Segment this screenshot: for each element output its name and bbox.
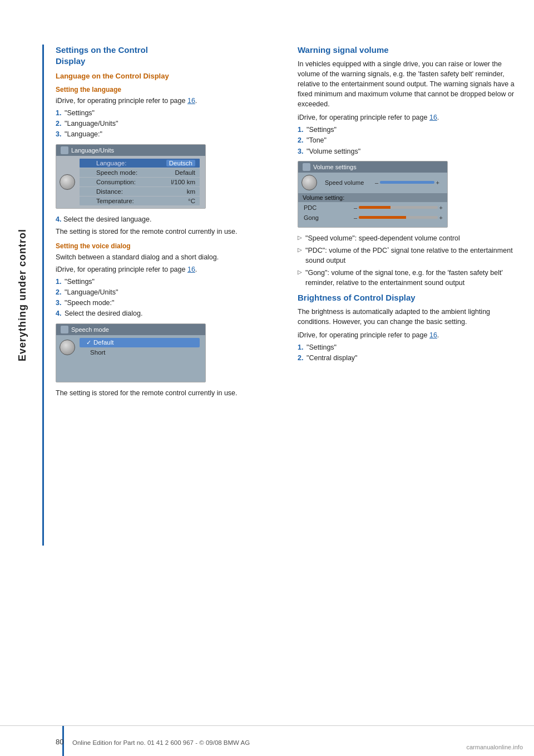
sidebar-accent-bar bbox=[42, 45, 44, 546]
screen-row-temperature: Temperature: °C bbox=[80, 197, 200, 205]
gong-slider-track bbox=[359, 216, 437, 219]
voice-dialog-note: The setting is stored for the remote con… bbox=[56, 388, 281, 398]
page-link-1[interactable]: 16 bbox=[187, 97, 195, 105]
step4-text: 4. Select the desired language. bbox=[56, 214, 281, 224]
list-item: 1."Settings" bbox=[56, 277, 281, 287]
pdc-volume-slider: – + bbox=[354, 204, 443, 211]
volume-section-label: Volume setting: bbox=[298, 193, 447, 202]
page-number: 80 bbox=[56, 738, 63, 746]
main-content: Settings on the Control Display Language… bbox=[56, 45, 523, 723]
language-steps-list: 1."Settings" 2."Language/Units" 3."Langu… bbox=[56, 108, 281, 139]
speech-row-default: ✓ Default bbox=[80, 338, 200, 347]
volume-row-speed: Speed volume – + bbox=[319, 178, 444, 188]
footer: 80 Online Edition for Part no. 01 41 2 6… bbox=[0, 725, 534, 756]
speed-slider-track bbox=[380, 181, 434, 184]
screen-title-speech: Speech mode bbox=[71, 326, 109, 333]
list-item: 3."Volume settings" bbox=[298, 146, 523, 156]
screen-knob-area-speech: ✓ Default Short bbox=[56, 335, 205, 360]
page-link-4[interactable]: 16 bbox=[429, 331, 437, 339]
step4-num: 4. bbox=[56, 215, 61, 223]
sidebar: Everything under control bbox=[0, 45, 44, 546]
warning-steps-list: 1."Settings" 2."Tone" 3."Volume settings… bbox=[298, 125, 523, 156]
brightness-title: Brightness of Control Display bbox=[298, 292, 523, 303]
volume-bullets-list: "Speed volume": speed-dependent volume c… bbox=[298, 233, 523, 288]
gong-volume-slider: – + bbox=[354, 214, 443, 221]
page-link-3[interactable]: 16 bbox=[429, 114, 437, 121]
sidebar-label: Everything under control bbox=[17, 229, 28, 361]
left-column: Settings on the Control Display Language… bbox=[56, 45, 281, 400]
screen-row-speech: Speech mode: Default bbox=[80, 168, 200, 177]
brightness-intro: iDrive, for operating principle refer to… bbox=[298, 330, 523, 340]
list-item: 2."Language/Units" bbox=[56, 119, 281, 129]
list-item: 2."Tone" bbox=[298, 135, 523, 145]
setting-language-note: The setting is stored for the remote con… bbox=[56, 227, 281, 237]
list-item: 1."Settings" bbox=[298, 125, 523, 135]
bullet-item-speed: "Speed volume": speed-dependent volume c… bbox=[298, 233, 523, 243]
screen-icon-volume bbox=[303, 163, 310, 171]
warning-signal-title: Warning signal volume bbox=[298, 45, 523, 56]
screen-title-lang: Language/Units bbox=[71, 147, 114, 154]
section-title-left: Settings on the Control Display bbox=[56, 45, 281, 66]
screen-titlebar-lang: Language/Units bbox=[56, 145, 205, 156]
screen-row-distance: Distance: km bbox=[80, 187, 200, 196]
screen-titlebar-speech: Speech mode bbox=[56, 324, 205, 335]
right-column: Warning signal volume In vehicles equipp… bbox=[298, 45, 523, 400]
speech-mode-screenshot: Speech mode ✓ Default Short bbox=[56, 323, 206, 382]
screen-knob-lang bbox=[60, 174, 75, 190]
screen-padding-speech bbox=[56, 360, 205, 382]
screen-knob-volume bbox=[301, 175, 317, 190]
screen-title-volume: Volume settings bbox=[313, 164, 357, 170]
screen-knob-area-lang: Language: Deutsch Speech mode: Default C… bbox=[56, 156, 205, 208]
list-item: 1."Settings" bbox=[56, 108, 281, 118]
speed-volume-slider: – + bbox=[375, 179, 439, 186]
screen-icon-lang bbox=[61, 146, 68, 154]
warning-signal-desc: In vehicles equipped with a single drive… bbox=[298, 59, 523, 110]
columns-layout: Settings on the Control Display Language… bbox=[56, 45, 523, 400]
language-units-screenshot: Language/Units Language: Deutsch Speech … bbox=[56, 144, 206, 209]
volume-settings-screenshot: Volume settings Speed volume – + bbox=[298, 161, 448, 228]
subsection-voice-dialog: Setting the voice dialog bbox=[56, 242, 281, 250]
screen-row-consumption: Consumption: l/100 km bbox=[80, 178, 200, 186]
volume-row-gong: Gong – + bbox=[298, 213, 447, 223]
screen-rows-volume: Speed volume – + bbox=[317, 178, 444, 188]
screen-rows-lang: Language: Deutsch Speech mode: Default C… bbox=[75, 158, 202, 206]
setting-language-intro: iDrive, for operating principle refer to… bbox=[56, 96, 281, 106]
warning-signal-intro: iDrive, for operating principle refer to… bbox=[298, 112, 523, 122]
footer-logo: carmanualonline.info bbox=[466, 744, 523, 750]
brightness-desc: The brightness is automatically adapted … bbox=[298, 307, 523, 327]
volume-screen-padding bbox=[298, 223, 447, 227]
screen-titlebar-volume: Volume settings bbox=[298, 161, 447, 173]
screen-knob-area-volume: Speed volume – + bbox=[298, 173, 447, 193]
bullet-item-gong: "Gong": volume of the signal tone, e.g. … bbox=[298, 268, 523, 288]
list-item: 3."Speech mode:" bbox=[56, 298, 281, 308]
voice-dialog-intro2: iDrive, for operating principle refer to… bbox=[56, 264, 281, 274]
list-item: 2."Language/Units" bbox=[56, 287, 281, 297]
speech-row-short: Short bbox=[80, 348, 200, 357]
subsection-setting-language: Setting the language bbox=[56, 86, 281, 94]
screen-rows-speech: ✓ Default Short bbox=[75, 337, 202, 357]
subsection-language-display: Language on the Control Display bbox=[56, 72, 281, 80]
page-container: Everything under control Settings on the… bbox=[0, 0, 534, 756]
list-item: 4.Select the desired dialog. bbox=[56, 308, 281, 318]
screen-knob-speech bbox=[60, 340, 75, 355]
page-link-2[interactable]: 16 bbox=[187, 266, 195, 273]
list-item: 1."Settings" bbox=[298, 342, 523, 352]
voice-dialog-desc: Switch between a standard dialog and a s… bbox=[56, 252, 281, 262]
pdc-slider-track bbox=[359, 206, 437, 209]
footer-copyright: Online Edition for Part no. 01 41 2 600 … bbox=[72, 739, 250, 746]
bullet-item-pdc: "PDC": volume of the PDC* signal tone re… bbox=[298, 246, 523, 266]
screen-icon-speech bbox=[61, 326, 68, 333]
list-item: 3."Language:" bbox=[56, 129, 281, 139]
volume-row-pdc: PDC – + bbox=[298, 203, 447, 213]
brightness-steps-list: 1."Settings" 2."Central display" bbox=[298, 342, 523, 363]
voice-dialog-steps: 1."Settings" 2."Language/Units" 3."Speec… bbox=[56, 277, 281, 319]
screen-row-language: Language: Deutsch bbox=[80, 159, 200, 168]
list-item: 2."Central display" bbox=[298, 353, 523, 363]
